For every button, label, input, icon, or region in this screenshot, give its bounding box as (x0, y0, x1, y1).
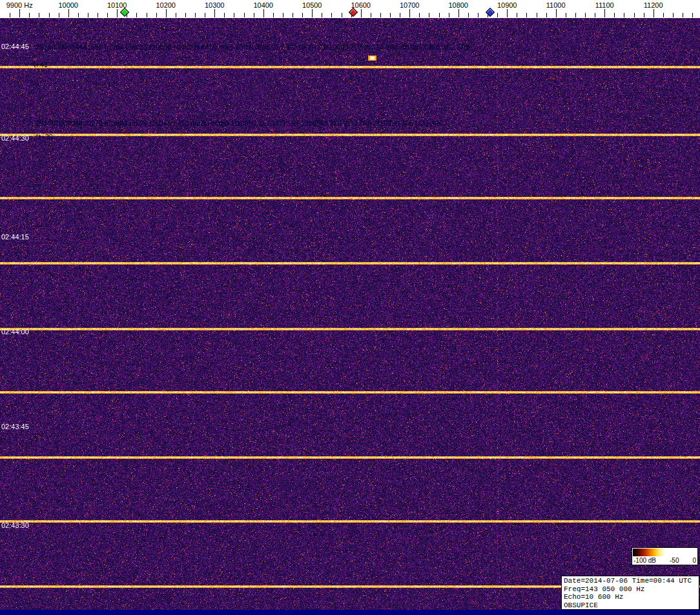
axis-tick-label-10900: 10900 (497, 1, 517, 9)
axis-minor-tick (29, 13, 30, 17)
axis-minor-tick (644, 13, 644, 17)
green-diamond-marker (119, 8, 129, 17)
axis-minor-tick (575, 13, 576, 17)
axis-minor-tick (302, 13, 303, 17)
axis-major-tick (166, 9, 167, 17)
axis-minor-tick (634, 13, 635, 17)
axis-minor-tick (595, 13, 595, 17)
axis-major-tick (361, 9, 362, 17)
axis-minor-tick (185, 13, 186, 17)
status-info-box: Date=2014-07-06 Time=00:44 UTC Freq=143 … (561, 576, 699, 610)
axis-minor-tick (663, 13, 664, 17)
colorbar: -100 dB -50 0 (632, 547, 698, 565)
colorbar-gradient (633, 549, 697, 556)
axis-minor-tick (692, 13, 693, 17)
axis-minor-tick (537, 13, 537, 17)
axis-minor-tick (342, 13, 342, 17)
axis-minor-tick (195, 13, 196, 17)
axis-minor-tick (400, 13, 400, 17)
axis-tick-label-11200: 11200 (644, 1, 663, 9)
axis-minor-tick (273, 13, 274, 17)
colorbar-max-label: 0 (692, 557, 696, 564)
info-station-name: OBSUPICE (564, 601, 697, 610)
bottom-status-strip (0, 610, 700, 615)
axis-major-tick (654, 9, 654, 17)
axis-major-tick (263, 9, 264, 17)
axis-tick-label-10800: 10800 (448, 1, 468, 9)
axis-minor-tick (566, 13, 566, 17)
red-diamond-marker (349, 8, 358, 17)
axis-major-tick (409, 9, 410, 17)
axis-minor-tick (390, 13, 391, 17)
axis-tick-label-10300: 10300 (205, 1, 225, 9)
axis-minor-tick (244, 13, 245, 17)
axis-minor-tick (429, 13, 429, 17)
colorbar-labels: -100 dB -50 0 (633, 557, 696, 564)
axis-tick-label-10200: 10200 (156, 1, 176, 9)
blue-diamond-marker (486, 8, 495, 17)
axis-minor-tick (546, 13, 547, 17)
axis-minor-tick (371, 13, 371, 17)
axis-minor-tick (78, 13, 79, 17)
info-date-time: Date=2014-07-06 Time=00:44 UTC (564, 577, 697, 585)
axis-minor-tick (380, 13, 381, 17)
axis-major-tick (117, 9, 118, 17)
axis-major-tick (507, 9, 508, 17)
axis-major-tick (556, 9, 557, 17)
axis-minor-tick (614, 13, 615, 17)
colorbar-mid-label: -50 (670, 557, 679, 564)
axis-minor-tick (478, 13, 479, 17)
axis-major-tick (214, 9, 215, 17)
axis-minor-tick (156, 13, 157, 17)
axis-minor-tick (624, 13, 624, 17)
axis-minor-tick (526, 13, 527, 17)
axis-minor-tick (224, 13, 225, 17)
axis-minor-tick (683, 13, 683, 17)
axis-minor-tick (673, 13, 674, 17)
axis-minor-tick (39, 13, 39, 17)
axis-minor-tick (293, 13, 293, 17)
axis-minor-tick (439, 13, 440, 17)
axis-tick-label-11000: 11000 (546, 1, 566, 9)
axis-minor-tick (331, 13, 332, 17)
axis-minor-tick (147, 13, 147, 17)
axis-tick-label-10400: 10400 (253, 1, 273, 9)
axis-tick-label-11100: 11100 (595, 1, 614, 9)
axis-minor-tick (468, 13, 469, 17)
axis-minor-tick (254, 13, 254, 17)
axis-major-tick (604, 9, 605, 17)
axis-minor-tick (449, 13, 449, 17)
axis-minor-tick (107, 13, 108, 17)
axis-minor-tick (98, 13, 98, 17)
axis-tick-label-10000: 10000 (58, 1, 78, 9)
axis-minor-tick (10, 13, 10, 17)
axis-minor-tick (136, 13, 137, 17)
axis-minor-tick (497, 13, 498, 17)
axis-minor-tick (517, 13, 517, 17)
colorbar-min-label: -100 dB (633, 557, 656, 564)
axis-major-tick (68, 9, 69, 17)
axis-minor-tick (205, 13, 205, 17)
axis-minor-tick (59, 13, 59, 17)
axis-minor-tick (283, 13, 283, 17)
info-frequency: Freq=143 050 000 Hz (564, 585, 697, 594)
axis-major-tick (458, 9, 459, 17)
spectrogram-canvas (0, 18, 700, 610)
meteor-spectrogram-app: 9900 Hz100001010010200103001040010500106… (0, 0, 700, 615)
axis-minor-tick (585, 13, 586, 17)
axis-tick-label-9900: 9900 Hz (6, 1, 33, 9)
axis-minor-tick (419, 13, 420, 17)
axis-minor-tick (322, 13, 322, 17)
axis-tick-label-10500: 10500 (302, 1, 322, 9)
axis-tick-label-10700: 10700 (400, 1, 420, 9)
axis-minor-tick (176, 13, 176, 17)
axis-minor-tick (88, 13, 88, 17)
axis-major-tick (312, 9, 313, 17)
info-echo-frequency: Echo=10 600 Hz (564, 593, 697, 601)
axis-minor-tick (49, 13, 50, 17)
frequency-axis: 9900 Hz100001010010200103001040010500106… (0, 0, 700, 18)
axis-minor-tick (234, 13, 234, 17)
axis-major-tick (19, 9, 20, 17)
